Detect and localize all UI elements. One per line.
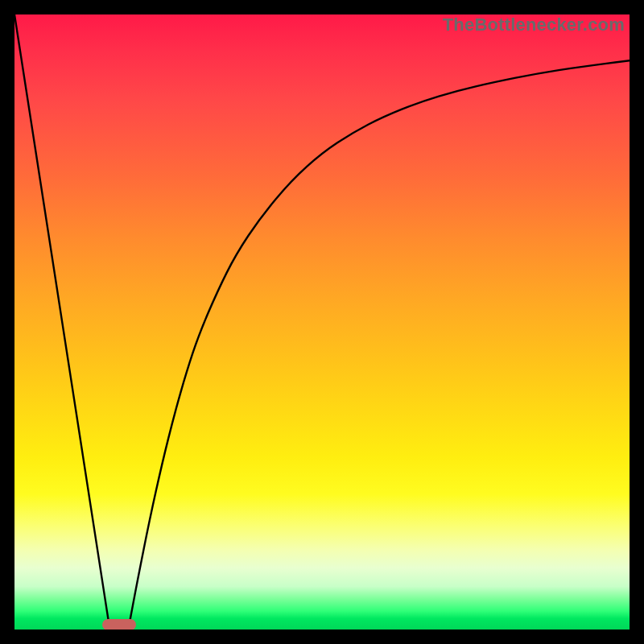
curves-svg: [14, 14, 630, 630]
right-branch-line: [128, 60, 630, 630]
optimal-range-marker: [102, 619, 136, 630]
plot-area: TheBottlenecker.com: [14, 14, 630, 630]
left-branch-line: [14, 14, 109, 630]
